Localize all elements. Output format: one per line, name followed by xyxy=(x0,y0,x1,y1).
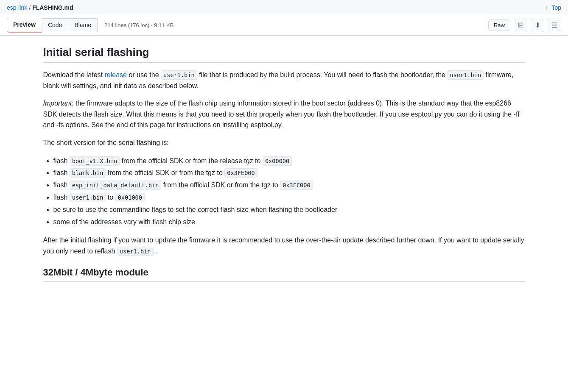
code-addr-0: 0x00000 xyxy=(263,156,292,166)
copy-button[interactable]: ⎘ xyxy=(514,19,527,32)
section-heading-2: 32Mbit / 4Mbyte module xyxy=(43,267,525,282)
code-user1-bin-2: user1.bin xyxy=(447,70,484,80)
important-em: Important xyxy=(43,100,72,107)
arrow-up-icon: ↑ xyxy=(545,4,548,11)
code-blank-bin: blank.bin xyxy=(70,168,106,178)
main-content: Initial serial flashing Download the lat… xyxy=(30,36,539,299)
code-init-bin: esp_init_data_default.bin xyxy=(70,181,162,190)
download-button[interactable]: ⬇ xyxy=(531,19,544,32)
repo-link[interactable]: esp-link xyxy=(7,4,27,11)
file-meta: 214 lines (176 loc) · 9.11 KB xyxy=(104,22,173,28)
paragraph-3: The short version for the serial flashin… xyxy=(43,137,525,148)
code-addr-3fc: 0x3FC000 xyxy=(280,181,313,190)
breadcrumb: esp-link / FLASHING.md xyxy=(7,4,73,11)
list-item: flash blank.bin from the official SDK or… xyxy=(53,167,525,179)
code-addr-01000: 0x01000 xyxy=(115,193,145,202)
toolbar: Preview Code Blame 214 lines (176 loc) ·… xyxy=(0,15,568,36)
top-link[interactable]: ↑ Top xyxy=(545,4,561,11)
copy-icon: ⎘ xyxy=(518,22,523,29)
list-item: some of the addresses vary with flash ch… xyxy=(53,216,525,228)
code-user1-bin-4: user1.bin xyxy=(117,247,154,256)
toolbar-right: Raw ⎘ ⬇ ☰ xyxy=(488,19,561,32)
toolbar-left: Preview Code Blame 214 lines (176 loc) ·… xyxy=(7,18,173,33)
paragraph-1: Download the latest release or use the u… xyxy=(43,70,525,91)
top-link-label: Top xyxy=(551,4,561,11)
download-icon: ⬇ xyxy=(535,21,540,29)
paragraph-2: Important: the firmware adapts to the si… xyxy=(43,98,525,131)
menu-button[interactable]: ☰ xyxy=(548,19,561,32)
tab-preview[interactable]: Preview xyxy=(7,18,42,33)
bullet-list: flash boot_v1.X.bin from the official SD… xyxy=(53,155,525,228)
code-boot-bin: boot_v1.X.bin xyxy=(70,156,120,166)
breadcrumb-separator: / xyxy=(29,4,31,11)
paragraph-4: After the initial flashing if you want t… xyxy=(43,235,525,256)
top-bar: esp-link / FLASHING.md ↑ Top xyxy=(0,0,568,15)
code-user1-bin-3: user1.bin xyxy=(70,193,106,202)
list-item: flash user1.bin to 0x01000 xyxy=(53,192,525,204)
tab-blame[interactable]: Blame xyxy=(68,18,98,33)
code-user1-bin-1: user1.bin xyxy=(161,70,197,80)
menu-icon: ☰ xyxy=(551,21,557,29)
section-heading-1: Initial serial flashing xyxy=(43,46,525,63)
code-addr-3fe: 0x3FE000 xyxy=(224,168,257,178)
list-item: flash esp_init_data_default.bin from the… xyxy=(53,179,525,192)
release-link[interactable]: release xyxy=(104,71,126,78)
raw-button[interactable]: Raw xyxy=(488,19,510,31)
breadcrumb-filename: FLASHING.md xyxy=(32,4,73,11)
list-item: be sure to use the commandline flags to … xyxy=(53,204,525,216)
tab-code[interactable]: Code xyxy=(42,18,68,33)
list-item: flash boot_v1.X.bin from the official SD… xyxy=(53,155,525,167)
